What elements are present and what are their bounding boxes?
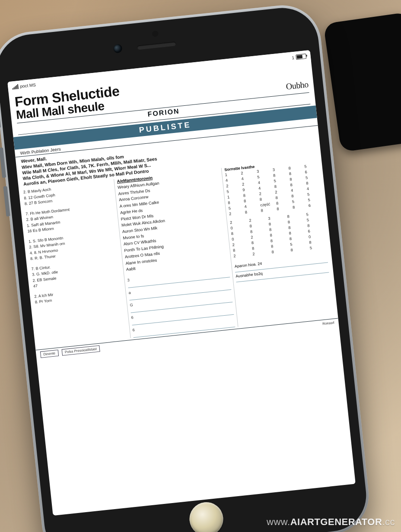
grid-cell: 3 bbox=[257, 168, 271, 174]
grid-cell: 2 bbox=[233, 252, 250, 258]
status-right: 1 bbox=[292, 54, 307, 60]
footer-box-1: Dinente bbox=[40, 350, 59, 358]
grid-cell: 8 bbox=[233, 247, 250, 253]
grid-cell: 2 bbox=[251, 234, 267, 240]
grid-cell: 8 bbox=[289, 229, 306, 235]
grid-cell: 8 bbox=[289, 170, 303, 176]
watermark: www.AIARTGENERATOR.cc bbox=[267, 516, 395, 528]
grid-cell: 4 bbox=[258, 179, 271, 185]
grid-cell: 8 bbox=[271, 243, 288, 249]
grid-cell: 3 bbox=[268, 215, 285, 221]
subtitle: FORION bbox=[147, 108, 180, 119]
grid-cell: 2 bbox=[229, 210, 243, 216]
scene: poct MS 1 Form Sheluctide Mall Mall sheu… bbox=[0, 0, 401, 532]
grid-cell: 5 bbox=[307, 191, 321, 196]
mid-blank-lines: 3aG66 bbox=[127, 265, 236, 338]
home-button[interactable] bbox=[188, 500, 225, 532]
mute-switch[interactable] bbox=[0, 113, 1, 128]
grid-cell: 8 bbox=[277, 206, 290, 211]
grid-cell: 5 bbox=[226, 188, 240, 194]
grid-cell: 5 bbox=[309, 244, 326, 250]
grid-cell: 5 bbox=[306, 174, 319, 180]
grid-cell: 3 bbox=[272, 166, 286, 172]
grid-cell: 8 bbox=[275, 194, 289, 200]
grid-cell: 6 bbox=[308, 228, 325, 234]
grid-cell: 8 bbox=[269, 226, 286, 232]
watermark-mid: AIARTGENERATOR bbox=[290, 516, 382, 527]
grid-cell: 5 bbox=[307, 216, 324, 222]
grid-cell: 4 bbox=[226, 177, 239, 183]
carrier-label: poct MS bbox=[20, 82, 36, 89]
right-bottom: Aparon hioa. 24 Ausnabhe bs2q bbox=[234, 253, 329, 282]
grid-cell: 8 bbox=[273, 172, 287, 177]
grid-cell: 8 bbox=[276, 200, 290, 206]
screen: poct MS 1 Form Sheluctide Mall Mall sheu… bbox=[7, 50, 356, 516]
left-column: 2. B Mavly Aoch8. 12 Gowth Coph8. 27 B S… bbox=[23, 180, 128, 348]
left-group: 1. S. Sfo B Monontn2. S8. Mv Mranih orn4… bbox=[28, 230, 118, 262]
grid-cell: 5 bbox=[306, 211, 323, 217]
mid-list: Weary Aflhiuvn AullganAnres Thrtuhe DsAn… bbox=[117, 174, 229, 273]
grid-cell: 8 bbox=[307, 222, 324, 228]
grid-cell: 8 bbox=[290, 235, 306, 241]
grid-cell: 2 bbox=[241, 170, 255, 175]
grid-cell: 1 bbox=[227, 194, 241, 200]
grid-cell: 5 bbox=[257, 174, 271, 179]
grid-cell: 8 bbox=[244, 198, 258, 203]
grid-cell: 8 bbox=[252, 245, 269, 251]
grid-cell: 8 bbox=[249, 222, 266, 228]
grid-cell: 5 bbox=[290, 241, 307, 247]
grid-cell: 8 bbox=[288, 224, 305, 230]
status-right-label: 1 bbox=[292, 55, 295, 60]
grid-cell: 8 bbox=[293, 204, 306, 209]
grid-cell: 2 bbox=[232, 241, 249, 247]
signature: Oubho bbox=[286, 80, 309, 91]
phone-device: poct MS 1 Form Sheluctide Mall Mall sheu… bbox=[0, 2, 372, 532]
grid-cell: 4 bbox=[306, 185, 320, 191]
grid-cell: 8 bbox=[268, 220, 285, 226]
left-group: 7. Fh He Moth Dordamrnt2. B a8 Wivirwn1.… bbox=[25, 202, 116, 234]
grid-cell: 4 bbox=[258, 185, 272, 190]
middle-column: A/eManntntorowin Weary Aflhiuvn AullganA… bbox=[114, 168, 239, 338]
grid-cell: 8 bbox=[288, 165, 302, 170]
grid-cell: 8 bbox=[306, 180, 320, 185]
grid-cell: 4 bbox=[244, 203, 258, 209]
front-camera bbox=[113, 44, 122, 53]
grid-cell: 8 bbox=[259, 196, 273, 202]
number-grid-2: 22385088858888802886288808885822885 bbox=[230, 211, 327, 258]
proximity-sensor bbox=[152, 30, 159, 37]
grid-cell: 8 bbox=[287, 213, 304, 219]
grid-cell: 8 bbox=[290, 176, 303, 181]
status-left: poct MS bbox=[12, 82, 36, 89]
grid-cell: 9 bbox=[242, 187, 256, 192]
grid-cell: 8 bbox=[274, 183, 288, 189]
grid-cell: 8 bbox=[290, 246, 307, 252]
grid-cell: 8 bbox=[250, 228, 267, 234]
grid-cell: 5 bbox=[304, 163, 318, 169]
grid-cell: 2 bbox=[259, 190, 273, 196]
columns: 2. B Mavly Aoch8. 12 Gowth Coph8. 27 B S… bbox=[19, 158, 338, 348]
grid-cell: 1 bbox=[225, 171, 239, 177]
grid-cell: 8 bbox=[251, 239, 268, 245]
grid-cell: 8 bbox=[270, 237, 287, 243]
grid-cell: 8 bbox=[287, 218, 304, 225]
grid-cell: 0 bbox=[230, 224, 247, 230]
watermark-suffix: .cc bbox=[382, 516, 395, 527]
watermark-prefix: www. bbox=[267, 516, 290, 527]
grid-cell: 2 bbox=[230, 219, 247, 225]
grid-cell: 2 bbox=[252, 250, 269, 256]
grid-cell: 8 bbox=[243, 192, 257, 198]
number-grid-1: 12338544588622458559488818224488888554cz… bbox=[225, 163, 322, 216]
grid-cell: 8 bbox=[245, 209, 258, 215]
grid-cell: 5 bbox=[228, 205, 242, 210]
grid-cell: 8 bbox=[231, 230, 248, 236]
grid-cell: 6 bbox=[305, 169, 318, 174]
grid-cell: 5 bbox=[308, 196, 321, 202]
grid-cell: 4 bbox=[241, 175, 255, 181]
left-group: 7. B Cintur.3. G. MkD. otle2. EB Semale4… bbox=[31, 257, 121, 289]
grid-cell: 4 bbox=[291, 187, 305, 193]
grid-cell: 8 bbox=[261, 207, 274, 213]
grid-cell: 0 bbox=[309, 233, 325, 239]
grid-cell: 2 bbox=[242, 181, 256, 187]
battery-icon bbox=[296, 54, 306, 60]
grid-cell: 6 bbox=[308, 202, 322, 208]
